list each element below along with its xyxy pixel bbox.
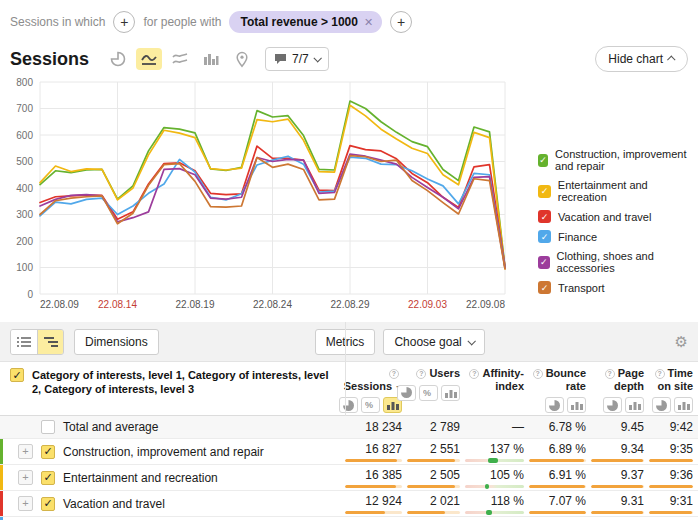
table-header: ✓ Category of interests, level 1, Catego… [0, 362, 698, 416]
chart-type-switcher [105, 48, 255, 70]
legend-item[interactable]: ✓Transport [538, 281, 698, 294]
metric-label[interactable]: ?Page depth [591, 367, 644, 392]
table-settings-gear-icon[interactable]: ⚙ [675, 333, 688, 351]
expand-row-button[interactable]: + [18, 496, 33, 511]
metric-label[interactable]: ?Time on site [649, 367, 693, 392]
metric-bar [345, 511, 402, 514]
help-icon[interactable]: ? [469, 369, 479, 379]
dimensions-button[interactable]: Dimensions [74, 329, 159, 355]
table-row[interactable]: Total and average18 2342 789—6.78 %9.459… [0, 416, 698, 439]
sessions-chart: 010020030040050060070080022.08.0922.08.1… [0, 72, 698, 322]
table-row[interactable]: +✓Entertainment and recreation16 3852 50… [0, 465, 698, 491]
remove-segment-icon[interactable]: ✕ [364, 16, 373, 29]
select-all-checkbox[interactable]: ✓ [10, 368, 24, 382]
hide-chart-button[interactable]: Hide chart [595, 46, 688, 72]
metric-label[interactable]: ?Bounce rate [529, 367, 586, 392]
legend-checkbox[interactable]: ✓ [538, 281, 551, 294]
metric-label[interactable]: ?Users [416, 367, 460, 380]
percent-display-toggle[interactable]: % [361, 397, 380, 413]
expand-row-button[interactable]: + [18, 444, 33, 459]
row-checkbox[interactable]: ✓ [41, 497, 55, 511]
bar-display-toggle[interactable] [625, 397, 644, 413]
row-checkbox[interactable] [41, 420, 55, 434]
help-icon[interactable]: ? [533, 369, 543, 379]
metric-value-cell: 9.31 [591, 491, 649, 516]
chart-legend: ✓Construction, improvement and repair✓En… [538, 148, 698, 301]
help-icon[interactable]: ? [416, 369, 426, 379]
area-chart-type-button[interactable] [167, 48, 193, 70]
annotations-dropdown[interactable]: 7/7 [265, 47, 329, 71]
column-chart-type-button[interactable] [198, 48, 224, 70]
row-label-cell: Total and average [0, 416, 345, 438]
pie-display-toggle[interactable] [545, 397, 564, 413]
pie-display-toggle[interactable] [339, 397, 358, 413]
legend-item[interactable]: ✓Entertainment and recreation [538, 179, 698, 203]
metric-value-cell: 18 234 [345, 416, 407, 438]
segment-chip-total-revenue[interactable]: Total revenue > 1000 ✕ [229, 11, 382, 33]
metric-label[interactable]: ?Sessions▼ [344, 367, 402, 392]
percent-display-toggle[interactable]: % [419, 385, 438, 401]
add-user-condition-button[interactable]: + [390, 11, 412, 33]
legend-item[interactable]: ✓Finance [538, 230, 698, 243]
legend-checkbox[interactable]: ✓ [538, 210, 551, 223]
metric-bar [529, 511, 586, 514]
category-color-strip [0, 491, 3, 516]
legend-checkbox[interactable]: ✓ [538, 185, 551, 198]
x-axis-label: 22.08.14 [98, 299, 137, 310]
partial-next-row [0, 517, 698, 520]
metric-value: 9.31 [621, 494, 644, 508]
legend-checkbox[interactable]: ✓ [538, 154, 548, 167]
help-icon[interactable]: ? [389, 369, 399, 379]
help-icon[interactable]: ? [655, 369, 665, 379]
table-row[interactable]: +✓Construction, improvement and repair16… [0, 439, 698, 465]
pie-display-toggle[interactable] [652, 397, 671, 413]
pie-chart-type-button[interactable] [105, 48, 131, 70]
category-color-strip [0, 517, 3, 520]
row-checkbox[interactable]: ✓ [41, 471, 55, 485]
metric-value: 118 % [491, 494, 524, 508]
expand-row-button[interactable]: + [18, 470, 33, 485]
metric-value-cell: 16 385 [345, 465, 407, 490]
pie-display-toggle[interactable] [603, 397, 622, 413]
metric-value: 9:42 [670, 420, 693, 434]
table-row[interactable]: +✓Vacation and travel12 9242 021118 %7.0… [0, 491, 698, 517]
svg-text:500: 500 [16, 156, 33, 167]
svg-text:300: 300 [16, 209, 33, 220]
tree-view-button[interactable] [37, 330, 63, 354]
metric-value: 16 827 [365, 442, 402, 456]
bar-display-toggle[interactable] [674, 397, 693, 413]
legend-item[interactable]: ✓Construction, improvement and repair [538, 148, 698, 172]
metric-value-cell: 9.34 [591, 439, 649, 464]
help-icon[interactable]: ? [605, 369, 615, 379]
bar-display-toggle[interactable] [567, 397, 586, 413]
comment-icon [274, 53, 287, 65]
legend-item[interactable]: ✓Clothing, shoes and accessories [538, 250, 698, 274]
legend-label: Entertainment and recreation [558, 179, 698, 203]
metric-label[interactable]: ?Affinity-index [465, 367, 524, 392]
flat-list-view-button[interactable] [11, 330, 37, 354]
row-checkbox[interactable]: ✓ [41, 445, 55, 459]
metric-bar [591, 485, 644, 488]
choose-goal-dropdown[interactable]: Choose goal [383, 329, 484, 355]
legend-item[interactable]: ✓Vacation and travel [538, 210, 698, 223]
affinity-index-bar [465, 511, 524, 514]
legend-checkbox[interactable]: ✓ [538, 230, 551, 243]
for-people-with-label: for people with [143, 15, 221, 29]
metric-bar [591, 511, 644, 514]
metric-value-cell: 118 % [465, 491, 529, 516]
metric-value-cell: 2 789 [407, 416, 465, 438]
legend-label: Transport [558, 282, 605, 294]
category-color-strip [0, 439, 3, 464]
line-chart-plot[interactable]: 010020030040050060070080022.08.0922.08.1… [0, 72, 535, 322]
bar-display-toggle[interactable] [441, 385, 460, 401]
metric-value: 105 % [490, 468, 524, 482]
map-chart-type-button[interactable] [229, 48, 255, 70]
metric-value-cell: 9:35 [649, 439, 698, 464]
line-chart-type-button[interactable] [136, 48, 162, 70]
legend-checkbox[interactable]: ✓ [538, 256, 550, 269]
x-axis-label: 22.08.19 [176, 299, 215, 310]
add-session-condition-button[interactable]: + [113, 11, 135, 33]
svg-text:800: 800 [16, 77, 33, 88]
pie-display-toggle[interactable] [397, 385, 416, 401]
metric-value-cell: 6.89 % [529, 439, 591, 464]
